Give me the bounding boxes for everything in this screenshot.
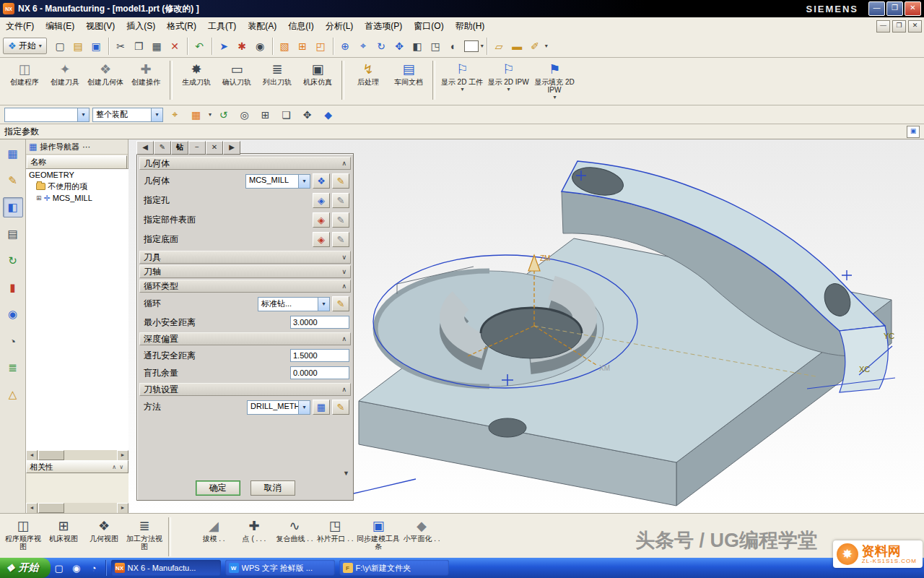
method-settings-button[interactable]: ▦ [313,400,330,415]
minimize-button[interactable]: — [868,1,885,16]
dialog-back-button[interactable]: ◀ [136,141,154,155]
edit-method-button[interactable]: ✎ [332,400,349,415]
edit-geometry-button[interactable]: ✎ [332,173,349,189]
menu-file[interactable]: 文件(F) [0,18,40,35]
dialog-forward-button[interactable]: ▶ [223,141,240,155]
taskbar-task-folder[interactable]: F F:\y\新建文件夹 [339,560,449,576]
selection-info-button[interactable]: ➤ [215,37,233,55]
dependencies-hscrollbar[interactable]: ◄ ► [26,503,128,513]
section-header-geometry[interactable]: 几何体 ∧ [139,157,351,170]
section-header-depth-offset[interactable]: 深度偏置 ∧ [139,332,351,345]
show-2d-ipw-button[interactable]: ⚐ 显示 2D IPW ▾ [485,59,531,94]
chevron-down-icon[interactable]: ▾ [77,108,89,121]
copy-button[interactable]: ❐ [130,37,148,55]
palettes-icon[interactable]: ≣ [3,358,23,378]
edit-cycle-button[interactable]: ✎ [332,296,349,311]
chevron-up-icon[interactable]: ∧ [341,160,346,167]
menu-view[interactable]: 视图(V) [80,18,121,35]
section-header-cycle-type[interactable]: 循环类型 ∧ [139,280,351,293]
scroll-right-button[interactable]: ► [117,503,128,514]
doc-close-button[interactable]: ✕ [908,20,922,33]
selection-scope-combo[interactable]: 整个装配 ▾ [92,108,163,122]
machining-method-view-button[interactable]: ≣ 加工方法视图 [124,516,165,552]
facet-body-button[interactable]: ◆ 小平面化 . . [401,516,442,544]
scroll-left-button[interactable]: ◄ [26,503,38,514]
history-icon[interactable]: ◔ [3,331,23,351]
cut-button[interactable]: ✂ [112,37,130,55]
menu-assemblies[interactable]: 装配(A) [242,18,282,35]
dialog-rail-icon[interactable]: ▣ [907,126,920,138]
scrollbar-thumb[interactable] [38,450,64,460]
doc-restore-button[interactable]: ❐ [892,20,906,33]
column-header-name[interactable]: 名称 [27,155,127,169]
machine-simulation-button[interactable]: ▣ 机床仿真 [297,59,338,87]
doc-minimize-button[interactable]: — [876,20,890,33]
through-clearance-input[interactable] [290,349,349,362]
work-layer-button[interactable]: ⊞ [256,105,274,124]
generate-toolpath-button[interactable]: ✸ 生成刀轨 [176,59,217,87]
navigator-header[interactable]: ▦ 操作导航器 ⋯ [26,139,128,155]
create-operation-button[interactable]: ✚ 创建操作 [126,59,166,87]
dialog-title-tab[interactable]: 钻 [171,141,188,155]
open-file-button[interactable]: ▤ [69,37,87,55]
start-button[interactable]: ❖ 开始 [0,558,51,578]
clip-section-button[interactable]: ❏ [277,105,295,124]
edit-hole-button[interactable]: ✎ [332,193,349,208]
dialog-close-button[interactable]: ✕ [206,141,223,155]
fit-view-button[interactable]: ⌖ [354,37,372,55]
menu-window[interactable]: 窗口(O) [408,18,449,35]
operation-navigator-icon[interactable]: ◧ [3,197,23,217]
chevron-up-icon[interactable]: ∧ [341,282,346,290]
restore-button[interactable]: ❐ [886,1,903,16]
web-browser-icon[interactable]: ◉ [3,304,23,324]
undo-view-button[interactable]: ↺ [214,105,232,124]
select-window-button[interactable]: ⊞ [294,37,312,55]
assembly-navigator-icon[interactable]: ▦ [3,144,23,164]
app-icon[interactable]: NX [3,3,14,14]
geometry-select[interactable]: MCS_MILL ▾ [245,174,310,189]
chevron-down-icon[interactable]: ∨ [341,254,346,261]
annotation-button[interactable]: ✐ [526,37,544,55]
snapshot-button[interactable]: ◉ [251,37,269,55]
geometry-view-button[interactable]: ❖ 几何视图 [84,516,124,544]
list-toolpath-button[interactable]: ≣ 列出刀轨 [257,59,297,87]
browser-icon[interactable]: ◉ [69,561,84,575]
delete-button[interactable]: ✕ [166,37,184,55]
chevron-up-icon[interactable]: ∧ [341,386,346,393]
media-player-icon[interactable]: ◔ [87,561,101,575]
constraint-navigator-icon[interactable]: ✎ [3,171,23,191]
start-menu-button[interactable]: ❖ 开始 ▾ [3,38,47,54]
menu-information[interactable]: 信息(I) [282,18,319,35]
edit-part-surface-button[interactable]: ✎ [332,212,349,228]
move-object-button[interactable]: ✥ [298,105,316,124]
snap-point-button[interactable]: ⌖ [166,105,184,124]
rotate-view-button[interactable]: ↻ [372,37,391,55]
create-geometry-button[interactable]: ❖ 创建几何体 [85,59,126,87]
blind-stock-input[interactable] [290,366,349,379]
min-clearance-input[interactable] [290,316,349,329]
paste-button[interactable]: ▦ [148,37,166,55]
create-tool-button[interactable]: ✦ 创建刀具 [45,59,85,87]
new-geometry-button[interactable]: ❖ [313,173,330,189]
close-button[interactable]: ✕ [905,1,921,16]
view-orientation-button[interactable]: ◳ [427,37,445,55]
dialog-scroll-down-icon[interactable]: ▼ [343,470,349,477]
chevron-up-icon[interactable]: ∧ [110,464,118,470]
color-swatch[interactable] [464,40,479,52]
create-program-button[interactable]: ◫ 创建程序 [4,59,45,87]
show-wcs-button[interactable]: ◆ [319,105,337,124]
specify-bottom-button[interactable]: ◈ [313,232,330,247]
scroll-left-button[interactable]: ◄ [26,450,38,461]
dialog-minimize-button[interactable]: − [188,141,206,155]
cycle-select[interactable]: 标准钻... ▾ [258,297,330,311]
specify-hole-button[interactable]: ◈ [313,193,330,208]
measure-button[interactable]: ▬ [508,37,526,55]
taskbar-task-nx[interactable]: NX NX 6 - Manufactu... [111,560,221,576]
datum-display-button[interactable]: ▱ [490,37,508,55]
more-icon[interactable]: ⋯ [82,142,90,152]
chevron-down-icon[interactable]: ∨ [341,268,346,275]
patch-opening-button[interactable]: ◳ 补片开口 . . [315,516,355,544]
menu-help[interactable]: 帮助(H) [450,18,491,35]
chevron-down-icon[interactable]: ▾ [209,111,212,118]
tree-row-geometry[interactable]: GEOMETRY [26,169,128,181]
